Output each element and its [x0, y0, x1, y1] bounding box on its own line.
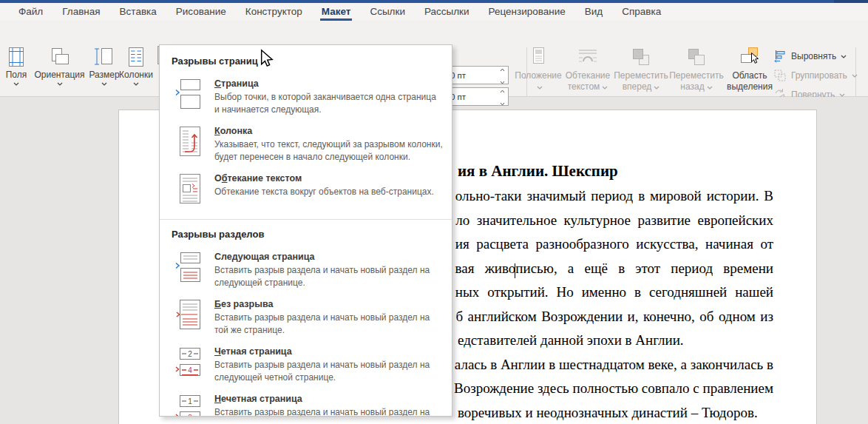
- document-line: ло значительное культурное развитие евро…: [455, 212, 773, 229]
- odd-page-section-icon: 13: [175, 393, 205, 417]
- group-button[interactable]: Группировать: [773, 67, 858, 84]
- tab-help[interactable]: Справка: [612, 3, 671, 21]
- svg-text:3: 3: [188, 414, 192, 417]
- break-option-odd-page[interactable]: 13Нечетная страницаВставить разрыв разде…: [160, 389, 452, 417]
- document-line: ольно-таки значимый период в мировой ист…: [455, 188, 773, 204]
- columns-button-label: Колонки: [119, 70, 153, 80]
- wrap-text-icon: [577, 46, 599, 68]
- chevron-down-icon: [654, 86, 660, 90]
- menu-section-header: Разрывы страниц: [172, 55, 440, 67]
- spin-down-button[interactable]: [500, 77, 505, 86]
- size-button-label: Размер: [89, 70, 119, 80]
- menu-section-header: Разрывы разделов: [172, 229, 440, 240]
- columns-button[interactable]: Колонки: [119, 46, 153, 86]
- chevron-down-icon: [852, 74, 858, 78]
- break-option-next-page[interactable]: Следующая страницаВставить разрыв раздел…: [160, 247, 452, 295]
- svg-text:4: 4: [188, 366, 192, 374]
- margins-button[interactable]: Поля: [1, 46, 31, 86]
- even-page-section-icon: 24: [175, 346, 205, 384]
- spin-up-button[interactable]: [500, 64, 505, 73]
- spin-up-icon: [500, 90, 505, 93]
- group-icon: [773, 69, 787, 82]
- tab-file[interactable]: Файл: [9, 3, 52, 21]
- chevron-down-icon: [839, 93, 845, 97]
- send-backward-icon: [685, 46, 708, 68]
- chevron-down-icon: [101, 82, 107, 86]
- tab-layout[interactable]: Макет: [312, 3, 361, 21]
- spin-down-icon: [500, 102, 505, 106]
- orientation-button-label: Ориентация: [34, 70, 84, 80]
- break-option-continuous[interactable]: Без разрываВставить разрыв раздела и нач…: [160, 295, 452, 342]
- column-break-icon: [175, 125, 205, 164]
- break-option-column[interactable]: КолонкаУказывает, что текст, следующий з…: [160, 121, 452, 169]
- tab-mailings[interactable]: Рассылки: [415, 3, 479, 21]
- tab-home[interactable]: Главная: [52, 3, 109, 21]
- align-button[interactable]: Выровнять: [773, 48, 847, 64]
- text-wrap-break-icon: [175, 172, 205, 208]
- spin-up-icon: [500, 68, 505, 72]
- size-button[interactable]: Размер: [88, 46, 121, 86]
- spacing-after-field-value: 0 пт: [450, 92, 466, 101]
- break-option-description: Вставить разрыв раздела и начать новый р…: [214, 406, 443, 417]
- break-option-text: Четная страницаВставить разрыв раздела и…: [214, 346, 443, 384]
- margins-button-label: Поля: [6, 70, 27, 80]
- document-line: вая живописью, а ещё в этот период време…: [455, 260, 773, 277]
- break-option-text: Обтекание текстомОбтекание текста вокруг…: [214, 172, 434, 208]
- break-option-even-page[interactable]: 24Четная страницаВставить разрыв раздела…: [160, 342, 452, 389]
- break-option-text: Нечетная страницаВставить разрыв раздела…: [214, 393, 443, 417]
- tab-design[interactable]: Конструктор: [236, 3, 312, 21]
- bring-forward-icon: [630, 46, 652, 68]
- spacing-before-field-value: 0 пт: [450, 71, 466, 80]
- spacing-before-field[interactable]: 0 пт: [445, 66, 509, 84]
- continuous-section-icon: [175, 298, 205, 337]
- page-break-icon: [175, 78, 205, 116]
- chevron-down-icon: [133, 82, 139, 86]
- spin-down-icon: [500, 81, 505, 84]
- break-option-title: Страница: [214, 78, 443, 89]
- document-line: , Возрождение здесь полностью совпало с …: [447, 380, 773, 397]
- document-heading: ия в Англии. Шекспир: [458, 162, 618, 181]
- break-option-title: Обтекание текстом: [214, 173, 434, 184]
- position-icon: [527, 46, 549, 68]
- break-option-title: Без разрыва: [214, 299, 443, 309]
- svg-text:2: 2: [188, 350, 192, 358]
- document-line: воречивых и неоднозначных династий – Тюд…: [458, 405, 758, 421]
- breaks-dropdown-menu: Разрывы страницСтраницаВыбор точки, в ко…: [159, 44, 452, 417]
- spacing-after-field-arrows: [500, 86, 505, 107]
- break-option-text: Без разрываВставить разрыв раздела и нач…: [214, 298, 443, 337]
- orientation-icon: [49, 46, 71, 68]
- spin-up-button[interactable]: [500, 86, 505, 95]
- columns-icon: [125, 46, 147, 68]
- break-option-description: Вставить разрыв раздела и начать новый р…: [214, 312, 443, 337]
- ribbon-tabs: ФайлГлавнаяВставкаРисованиеКонструкторМа…: [0, 3, 868, 21]
- break-option-text-wrap[interactable]: Обтекание текстомОбтекание текста вокруг…: [160, 169, 452, 213]
- break-option-description: Вставить разрыв раздела и начать новый р…: [214, 359, 443, 384]
- tab-insert[interactable]: Вставка: [110, 3, 166, 21]
- break-option-page[interactable]: СтраницаВыбор точки, в которой заканчива…: [160, 74, 452, 121]
- spin-down-button[interactable]: [500, 98, 505, 107]
- svg-text:1: 1: [188, 397, 192, 406]
- tab-view[interactable]: Вид: [575, 3, 612, 21]
- align-icon: [773, 50, 787, 63]
- next-page-section-icon: [175, 251, 205, 289]
- chevron-down-icon: [57, 82, 63, 86]
- cursor-icon: [260, 49, 274, 69]
- align-button-label: Выровнять: [791, 51, 836, 61]
- break-option-title: Четная страница: [214, 346, 443, 357]
- break-option-description: Выбор точки, в которой заканчивается одн…: [214, 91, 443, 116]
- tab-references[interactable]: Ссылки: [360, 3, 415, 21]
- document-line: едставителей данной эпохи в Англии.: [458, 332, 684, 349]
- break-option-title: Нечетная страница: [214, 394, 443, 404]
- tab-draw[interactable]: Рисование: [166, 3, 236, 21]
- chevron-down-icon: [13, 82, 19, 86]
- break-option-description: Вставить разрыв раздела и начать новый р…: [214, 264, 443, 289]
- bring-forward-button-label: Переместить вперед: [611, 70, 671, 92]
- break-option-text: СтраницаВыбор точки, в которой заканчива…: [214, 78, 443, 116]
- spacing-after-field[interactable]: 0 пт: [445, 87, 509, 106]
- tab-review[interactable]: Рецензирование: [479, 3, 575, 21]
- break-option-title: Колонка: [214, 126, 443, 136]
- menu-divider: [160, 219, 452, 220]
- break-option-description: Обтекание текста вокруг объектов на веб-…: [214, 186, 434, 198]
- break-option-title: Следующая страница: [214, 252, 443, 262]
- orientation-button[interactable]: Ориентация: [30, 46, 89, 86]
